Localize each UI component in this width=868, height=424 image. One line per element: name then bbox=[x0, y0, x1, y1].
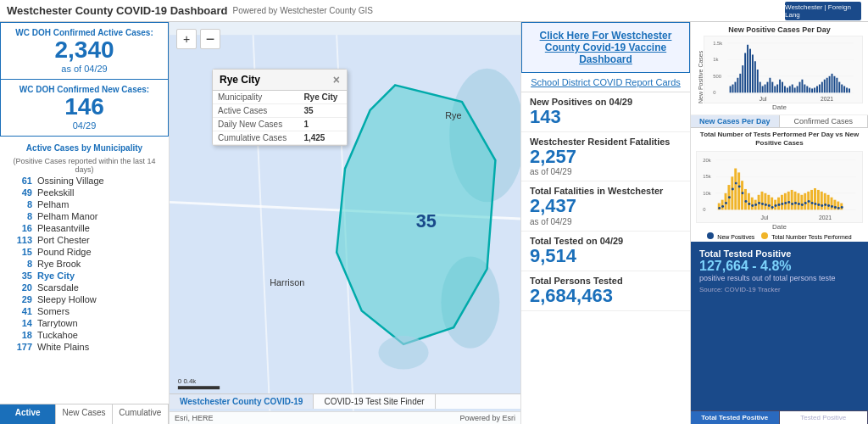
municipality-subheader: (Positive Cases reported within the last… bbox=[0, 156, 169, 175]
resident-fatalities-row: Westchester Resident Fatalities 2,257 as… bbox=[521, 132, 690, 181]
svg-point-144 bbox=[804, 202, 807, 204]
svg-rect-111 bbox=[821, 192, 823, 209]
map-attribution-left: Esri, HERE bbox=[175, 414, 214, 422]
chart1-tabs: New Cases Per Day Confirmed Cases bbox=[691, 115, 868, 128]
svg-text:15k: 15k bbox=[703, 174, 711, 179]
svg-point-136 bbox=[778, 204, 781, 206]
svg-rect-21 bbox=[730, 86, 732, 93]
svg-point-124 bbox=[738, 185, 741, 187]
list-item[interactable]: 113Port Chester bbox=[0, 234, 169, 246]
svg-rect-29 bbox=[749, 49, 751, 93]
list-item[interactable]: 20Scarsdale bbox=[0, 282, 169, 293]
list-item[interactable]: 15Pound Ridge bbox=[0, 246, 169, 258]
municipality-header: Active Cases by Municipality bbox=[0, 140, 169, 156]
zoom-in-button[interactable]: + bbox=[176, 29, 197, 49]
svg-rect-69 bbox=[849, 88, 850, 92]
sidebar-tab-cumulative[interactable]: Cumulative bbox=[113, 404, 169, 424]
legend-blue: New Positives bbox=[707, 232, 754, 240]
svg-rect-36 bbox=[767, 82, 769, 93]
municipality-list: 61Ossining Village49Peekskill8Pelham8Pel… bbox=[0, 175, 169, 353]
svg-marker-6 bbox=[337, 85, 495, 344]
list-item[interactable]: 8Rye Brook bbox=[0, 258, 169, 270]
vaccine-link[interactable]: Click Here For Westchester County Covid-… bbox=[521, 22, 690, 73]
svg-point-150 bbox=[824, 204, 826, 206]
svg-rect-95 bbox=[767, 195, 770, 210]
svg-text:Harrison: Harrison bbox=[270, 277, 304, 287]
svg-point-152 bbox=[831, 205, 833, 208]
svg-rect-24 bbox=[737, 78, 738, 93]
map-tab-covid[interactable]: Westchester County COVID-19 bbox=[170, 394, 314, 409]
svg-text:35: 35 bbox=[416, 210, 437, 232]
zoom-out-button[interactable]: − bbox=[200, 29, 220, 49]
popup-table: MunicipalityRye CityActive Cases35Daily … bbox=[213, 91, 347, 145]
svg-rect-30 bbox=[752, 54, 754, 92]
svg-rect-66 bbox=[841, 85, 843, 93]
svg-rect-101 bbox=[787, 192, 790, 209]
main-layout: WC DOH Confirmed Active Cases: 2,340 as … bbox=[0, 22, 868, 424]
svg-text:Jul: Jul bbox=[760, 96, 767, 102]
list-item[interactable]: 14Tarrytown bbox=[0, 317, 169, 329]
svg-rect-63 bbox=[833, 76, 835, 93]
svg-rect-88 bbox=[744, 189, 747, 209]
svg-point-140 bbox=[791, 203, 793, 205]
svg-rect-114 bbox=[831, 197, 833, 209]
list-item[interactable]: 41Somers bbox=[0, 305, 169, 317]
svg-point-123 bbox=[735, 181, 737, 184]
svg-rect-99 bbox=[781, 195, 783, 210]
svg-rect-112 bbox=[824, 193, 826, 210]
list-item[interactable]: 18Tuckahoe bbox=[0, 329, 169, 341]
total-tested-tab-tested[interactable]: Tested Positive bbox=[780, 411, 869, 424]
list-item[interactable]: 49Peekskill bbox=[0, 187, 169, 198]
total-tested-label: Total Tested on 04/29 bbox=[530, 236, 682, 246]
close-icon[interactable]: × bbox=[333, 73, 340, 86]
list-item[interactable]: 61Ossining Village bbox=[0, 175, 169, 187]
svg-rect-44 bbox=[787, 87, 788, 92]
list-item[interactable]: 8Pelham bbox=[0, 198, 169, 210]
stats-panel: Click Here For Westchester County Covid-… bbox=[520, 22, 690, 424]
total-tested-tab-positive[interactable]: Total Tested Positive bbox=[691, 411, 780, 424]
svg-text:0: 0 bbox=[703, 207, 706, 212]
school-link-text[interactable]: School District COVID Report Cards bbox=[531, 77, 681, 87]
vaccine-link-text[interactable]: Click Here For Westchester County Covid-… bbox=[540, 30, 672, 65]
list-item[interactable]: 35Rye City bbox=[0, 270, 169, 282]
header-logo: Westchester | Foreign Lang bbox=[785, 2, 861, 20]
chart1-area: 1.5k 1k 500 0 bbox=[704, 36, 863, 103]
list-item[interactable]: 177White Plains bbox=[0, 341, 169, 353]
total-fatalities-row: Total Fatalities in Westchester 2,437 as… bbox=[521, 181, 690, 231]
svg-point-134 bbox=[771, 206, 774, 209]
svg-point-130 bbox=[758, 202, 760, 204]
list-item[interactable]: 16Pleasantville bbox=[0, 222, 169, 234]
svg-rect-86 bbox=[737, 172, 740, 209]
svg-point-149 bbox=[821, 204, 823, 207]
svg-rect-51 bbox=[804, 85, 805, 93]
table-row: Daily New Cases1 bbox=[213, 118, 347, 131]
svg-rect-11 bbox=[178, 386, 220, 389]
svg-rect-87 bbox=[741, 181, 743, 209]
svg-rect-33 bbox=[760, 82, 761, 93]
svg-rect-90 bbox=[751, 197, 754, 209]
map-bottom-bar: Esri, HERE Powered by Esri bbox=[170, 411, 520, 424]
svg-text:2021: 2021 bbox=[821, 96, 833, 102]
map-area[interactable]: 35 Rye Harrison 0 0.4k + − Rye City × bbox=[170, 22, 520, 424]
chart-tab-new-cases[interactable]: New Cases Per Day bbox=[691, 115, 780, 127]
svg-rect-46 bbox=[792, 85, 793, 93]
sidebar-tab-active[interactable]: Active bbox=[0, 404, 56, 424]
chart-tab-confirmed[interactable]: Confirmed Cases bbox=[780, 115, 869, 127]
svg-rect-89 bbox=[748, 193, 750, 210]
dashboard-title: Westchester County COVID-19 Dashboard bbox=[7, 4, 228, 17]
chart1-x-label: Date bbox=[696, 103, 863, 111]
map-tab-testsite[interactable]: COVID-19 Test Site Finder bbox=[314, 394, 435, 409]
list-item[interactable]: 8Pelham Manor bbox=[0, 210, 169, 222]
new-positives-number: 143 bbox=[530, 107, 682, 127]
total-fatalities-number: 2,437 bbox=[530, 196, 682, 216]
svg-rect-81 bbox=[721, 199, 724, 209]
svg-point-138 bbox=[784, 202, 787, 204]
list-item[interactable]: 29Sleepy Hollow bbox=[0, 293, 169, 305]
confirmed-new-box: WC DOH Confirmed New Cases: 146 04/29 bbox=[0, 80, 169, 137]
sidebar-tab-new-cases[interactable]: New Cases bbox=[56, 404, 112, 424]
svg-rect-25 bbox=[739, 74, 741, 92]
school-link[interactable]: School District COVID Report Cards bbox=[521, 73, 690, 92]
svg-text:20k: 20k bbox=[703, 157, 711, 162]
confirmed-new-date: 04/29 bbox=[9, 120, 159, 131]
svg-rect-113 bbox=[827, 195, 830, 210]
